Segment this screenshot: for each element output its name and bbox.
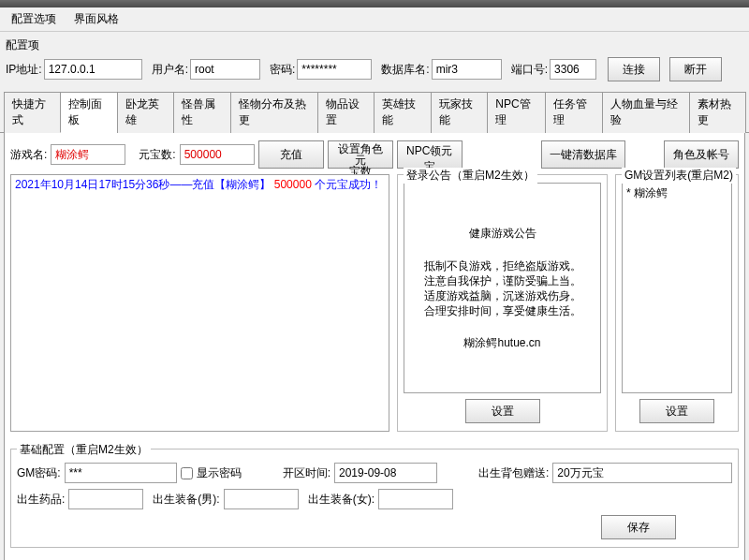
role-account-button[interactable]: 角色及帐号 xyxy=(664,140,739,169)
window-titlebar xyxy=(0,0,749,7)
gm-pwd-label: GM密码: xyxy=(17,465,61,481)
tab-9[interactable]: 任务管理 xyxy=(545,92,602,133)
db-label: 数据库名: xyxy=(381,62,429,78)
menu-config-options[interactable]: 配置选项 xyxy=(4,9,64,29)
pwd-label: 密码: xyxy=(270,62,295,78)
tab-4[interactable]: 怪物分布及热更 xyxy=(230,92,318,133)
login-notice-legend: 登录公告（重启M2生效） xyxy=(404,168,537,184)
birth-equip-m-input[interactable] xyxy=(224,489,299,509)
gm-list-item[interactable]: * 糊涂鳄 xyxy=(626,185,727,201)
clear-db-button[interactable]: 一键清数据库 xyxy=(541,140,625,169)
recharge-button[interactable]: 充值 xyxy=(258,140,324,169)
game-name-input[interactable] xyxy=(51,144,125,165)
tab-10[interactable]: 人物血量与经验 xyxy=(602,92,690,133)
login-notice-set-button[interactable]: 设置 xyxy=(465,399,540,423)
notice-footer: 糊涂鳄hutue.cn xyxy=(410,335,595,351)
birth-med-input[interactable] xyxy=(68,489,143,509)
tab-content-control-panel: 游戏名: 元宝数: 充值 设置角色元宝数 NPC领元宝 一键清数据库 角色及帐号… xyxy=(4,133,745,560)
basic-config-legend: 基础配置（重启M2生效） xyxy=(17,442,151,458)
menu-ui-style[interactable]: 界面风格 xyxy=(66,9,126,29)
login-notice-fieldset: 登录公告（重启M2生效） 健康游戏公告 抵制不良游戏，拒绝盗版游戏。 注意自我保… xyxy=(397,174,608,432)
show-pwd-checkbox[interactable] xyxy=(181,467,193,479)
tab-3[interactable]: 怪兽属性 xyxy=(173,92,230,133)
tab-11[interactable]: 素材热更 xyxy=(689,92,746,133)
save-button[interactable]: 保存 xyxy=(601,515,676,539)
config-header: 配置项 xyxy=(6,37,39,53)
tab-6[interactable]: 英雄技能 xyxy=(374,92,431,133)
ip-label: IP地址: xyxy=(6,62,42,78)
db-input[interactable] xyxy=(432,59,502,80)
tab-0[interactable]: 快捷方式 xyxy=(4,92,61,133)
tab-8[interactable]: NPC管理 xyxy=(487,92,546,133)
connect-button[interactable]: 连接 xyxy=(608,57,660,81)
control-row: 游戏名: 元宝数: 充值 设置角色元宝数 NPC领元宝 一键清数据库 角色及帐号 xyxy=(10,140,739,169)
birth-bag-label: 出生背包赠送: xyxy=(478,465,549,481)
gm-set-button[interactable]: 设置 xyxy=(639,399,714,423)
login-notice-box[interactable]: 健康游戏公告 抵制不良游戏，拒绝盗版游戏。 注意自我保护，谨防受骗上当。 适度游… xyxy=(404,183,601,393)
gm-listbox[interactable]: * 糊涂鳄 xyxy=(622,183,732,393)
user-input[interactable] xyxy=(190,59,260,80)
basic-config-fieldset: 基础配置（重启M2生效） GM密码: 显示密码 开区时间: 出生背包赠送: 出生… xyxy=(10,449,739,548)
yuanbao-label: 元宝数: xyxy=(139,147,175,163)
port-input[interactable] xyxy=(550,59,596,80)
ip-input[interactable] xyxy=(44,59,142,80)
open-time-input[interactable] xyxy=(334,463,437,483)
birth-med-label: 出生药品: xyxy=(17,492,65,508)
menu-bar: 配置选项 界面风格 xyxy=(0,7,749,32)
connection-row: IP地址: 用户名: 密码: 数据库名: 端口号: 连接 断开 xyxy=(6,55,743,87)
gm-list-fieldset: GM设置列表(重启M2) * 糊涂鳄 设置 xyxy=(615,174,739,432)
open-time-label: 开区时间: xyxy=(283,465,330,481)
birth-bag-input[interactable] xyxy=(552,463,732,483)
pwd-input[interactable] xyxy=(297,59,372,80)
user-label: 用户名: xyxy=(152,62,188,78)
tab-2[interactable]: 卧龙英雄 xyxy=(117,92,174,133)
tab-7[interactable]: 玩家技能 xyxy=(431,92,488,133)
disconnect-button[interactable]: 断开 xyxy=(669,57,722,81)
log-text-3: 个元宝成功！ xyxy=(315,178,382,191)
log-text-1: 2021年10月14日17时15分36秒——充值【糊涂鳄】 xyxy=(15,178,271,191)
birth-equip-m-label: 出生装备(男): xyxy=(153,492,219,508)
npc-yuanbao-button[interactable]: NPC领元宝 xyxy=(397,140,463,169)
set-role-yuanbao-button[interactable]: 设置角色元宝数 xyxy=(328,140,393,169)
gm-list-legend: GM设置列表(重启M2) xyxy=(622,168,736,184)
show-pwd-label: 显示密码 xyxy=(197,465,242,481)
log-textarea[interactable]: 2021年10月14日17时15分36秒——充值【糊涂鳄】 500000 个元宝… xyxy=(10,174,389,432)
port-label: 端口号: xyxy=(511,62,548,78)
notice-lines: 抵制不良游戏，拒绝盗版游戏。 注意自我保护，谨防受骗上当。 适度游戏益脑，沉迷游… xyxy=(410,258,595,318)
yuanbao-input[interactable] xyxy=(180,144,255,165)
tab-5[interactable]: 物品设置 xyxy=(317,92,374,133)
birth-equip-f-input[interactable] xyxy=(378,489,453,509)
game-name-label: 游戏名: xyxy=(10,147,47,163)
log-text-2: 500000 xyxy=(271,178,315,191)
tab-1[interactable]: 控制面板 xyxy=(60,92,117,133)
notice-title: 健康游戏公告 xyxy=(410,226,595,242)
tab-bar: 快捷方式控制面板卧龙英雄怪兽属性怪物分布及热更物品设置英雄技能玩家技能NPC管理… xyxy=(0,91,749,133)
gm-pwd-input[interactable] xyxy=(65,463,177,483)
birth-equip-f-label: 出生装备(女): xyxy=(308,492,374,508)
